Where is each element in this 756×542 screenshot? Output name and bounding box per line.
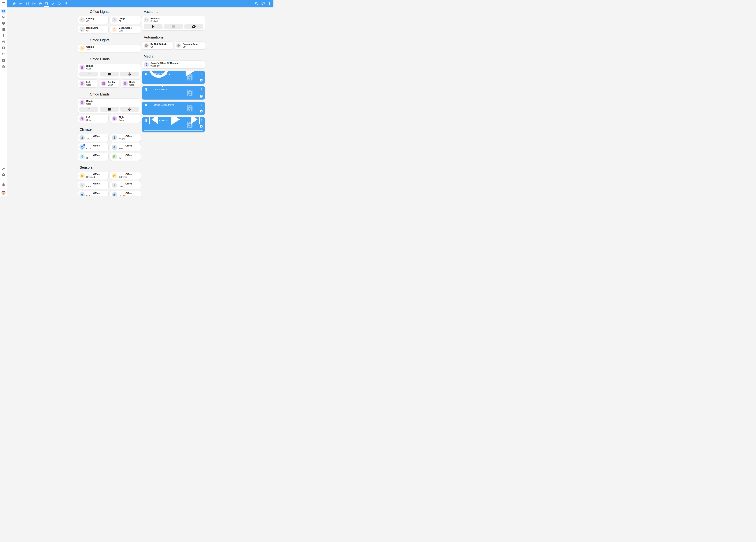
entity-icon-button[interactable]: [112, 116, 117, 121]
magnify-button[interactable]: [255, 2, 258, 5]
entity-icon-button[interactable]: [79, 27, 85, 32]
arrow-up-button[interactable]: [79, 107, 98, 112]
entity-tile-card[interactable]: Left Open: [78, 79, 98, 88]
entity-tile-card[interactable]: Ceiling 75%: [78, 44, 141, 52]
entity-icon-button[interactable]: [79, 100, 85, 105]
entity-icon-button[interactable]: [112, 17, 117, 22]
entity-tile-card[interactable]: Right Open: [110, 115, 141, 123]
home-marker-button[interactable]: [184, 24, 203, 29]
entity-icon-button[interactable]: [79, 144, 85, 150]
sidebar-item-shield-home[interactable]: [1, 21, 6, 26]
browse-media-button[interactable]: [199, 94, 203, 98]
sidebar-item-server[interactable]: [1, 27, 6, 32]
sidebar-item-person-badge[interactable]: [1, 46, 6, 50]
entity-tile-card[interactable]: Left Open: [78, 115, 109, 123]
entity-tile-card[interactable]: Office 72.7 °F: [78, 134, 109, 142]
entity-tile-card[interactable]: Office 66%: [110, 143, 141, 151]
stop-button[interactable]: [100, 107, 119, 112]
sidebar-item-ha-logo[interactable]: [1, 64, 6, 69]
entity-icon-button[interactable]: [79, 17, 85, 22]
entity-card-with-controls[interactable]: Blinds Open: [78, 98, 141, 113]
entity-icon-button[interactable]: [144, 43, 149, 48]
tab-bed[interactable]: [30, 0, 37, 7]
entity-tile-card[interactable]: Office Cool: [78, 143, 109, 151]
power-button[interactable]: [144, 71, 173, 82]
entity-icon-button[interactable]: [79, 192, 85, 196]
entity-icon-button[interactable]: [112, 173, 117, 178]
media-player-card[interactable]: Office Sonos Move: [142, 102, 205, 115]
more-options-button[interactable]: [200, 103, 203, 107]
entity-icon-button[interactable]: [112, 27, 117, 32]
browse-media-button[interactable]: [199, 110, 203, 113]
sidebar-item-logbook[interactable]: [1, 52, 6, 57]
sidebar-item-hammer[interactable]: [1, 166, 6, 171]
entity-card-with-controls[interactable]: Roomba Docked: [142, 16, 205, 31]
entity-tile-card[interactable]: Office On: [78, 153, 109, 161]
entity-tile-card[interactable]: Office 55.0 lx: [78, 191, 109, 196]
assist-button[interactable]: [261, 2, 265, 5]
sidebar-item-hammer-wrench[interactable]: [1, 39, 6, 44]
user-avatar[interactable]: [1, 190, 6, 195]
entity-icon-button[interactable]: [79, 81, 85, 86]
entity-tile-card[interactable]: Desk Lamp Off: [78, 25, 109, 33]
entity-icon-button[interactable]: [112, 192, 117, 196]
entity-tile-card[interactable]: Center Open: [99, 79, 119, 88]
entity-tile-card[interactable]: Do Not Disturb Off: [142, 41, 173, 50]
entity-tile-card[interactable]: Office Detected: [78, 172, 109, 180]
tab-desk[interactable]: [43, 0, 50, 7]
entity-icon-button[interactable]: [79, 154, 85, 159]
entity-tile-card[interactable]: Random Color Off: [174, 41, 205, 50]
entity-icon-button[interactable]: [112, 154, 117, 159]
media-player-card[interactable]: Office Apple TV: [142, 71, 205, 84]
play-button[interactable]: [144, 102, 197, 113]
entity-tile-card[interactable]: Office Clear: [78, 181, 109, 189]
sidebar-toggle-button[interactable]: [0, 0, 7, 7]
tab-home[interactable]: [11, 0, 17, 7]
arrow-down-button[interactable]: [120, 72, 139, 76]
entity-icon-button[interactable]: [122, 81, 128, 86]
entity-tile-card[interactable]: Office On: [110, 153, 141, 161]
skip-previous-button[interactable]: [144, 117, 163, 128]
entity-icon-button[interactable]: [79, 173, 85, 178]
stop-button[interactable]: [100, 72, 119, 76]
entity-icon-button[interactable]: [101, 81, 106, 86]
entity-tile-card[interactable]: Aaron's Office TV Remote Watch TV: [142, 60, 205, 69]
sidebar-item-cog[interactable]: [1, 172, 6, 177]
entity-icon-button[interactable]: [144, 62, 149, 67]
entity-icon-button[interactable]: [79, 182, 85, 188]
tab-tree[interactable]: [63, 0, 69, 7]
entity-icon-button[interactable]: [112, 135, 117, 140]
tab-bathtub[interactable]: [37, 0, 43, 7]
sidebar-item-history[interactable]: [1, 58, 6, 63]
entity-icon-button[interactable]: [79, 116, 85, 121]
entity-tile-card[interactable]: Lamp Off: [110, 16, 141, 24]
entity-icon-button[interactable]: [144, 17, 149, 22]
sidebar-item-bell[interactable]: [1, 182, 6, 187]
sidebar-item-weather-lightning[interactable]: [1, 15, 6, 20]
tab-silverware[interactable]: [24, 0, 30, 7]
entity-icon-button[interactable]: [112, 182, 117, 188]
media-player-card[interactable]: Office Sonos: [142, 86, 205, 99]
entity-tile-card[interactable]: Right Open: [121, 79, 141, 88]
entity-tile-card[interactable]: Office Detected: [110, 172, 141, 180]
arrow-up-button[interactable]: [79, 72, 98, 76]
entity-card-with-controls[interactable]: Blinds Open: [78, 63, 141, 78]
entity-icon-button[interactable]: [79, 65, 85, 70]
browse-media-button[interactable]: [199, 79, 203, 82]
entity-tile-card[interactable]: Moon Globe 10%: [110, 25, 141, 33]
stop-button[interactable]: [164, 24, 183, 29]
entity-tile-card[interactable]: Office 125.0 lx: [110, 191, 141, 196]
tab-stairs-up[interactable]: [56, 0, 63, 7]
entity-tile-card[interactable]: Ceiling Off: [78, 16, 109, 24]
entity-icon-button[interactable]: [79, 46, 85, 51]
sidebar-item-dashboard[interactable]: [1, 9, 6, 14]
media-progress-bar[interactable]: [144, 130, 203, 131]
media-player-card[interactable]: Office Sonos: [142, 117, 205, 132]
tab-sofa[interactable]: [17, 0, 24, 7]
play-button[interactable]: [144, 86, 197, 98]
entity-icon-button[interactable]: [176, 43, 181, 48]
entity-icon-button[interactable]: [79, 135, 85, 140]
browse-media-button[interactable]: [199, 125, 203, 128]
entity-tile-card[interactable]: Office 72.9 °F: [110, 134, 141, 142]
dots-vertical-button[interactable]: [268, 2, 271, 5]
